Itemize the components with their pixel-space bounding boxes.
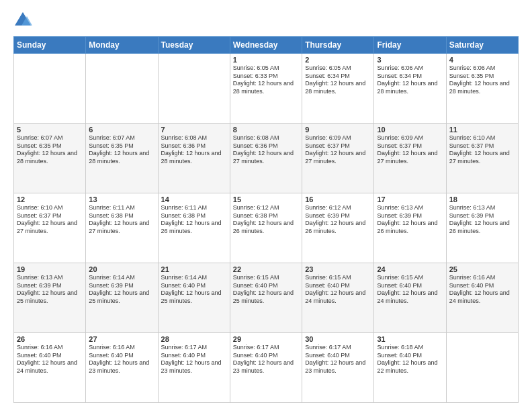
day-cell: 22Sunrise: 6:15 AM Sunset: 6:40 PM Dayli… [230, 263, 302, 333]
day-cell: 17Sunrise: 6:13 AM Sunset: 6:39 PM Dayli… [374, 193, 446, 263]
day-info: Sunrise: 6:13 AM Sunset: 6:39 PM Dayligh… [449, 204, 515, 236]
day-number: 24 [377, 265, 443, 273]
day-cell: 20Sunrise: 6:14 AM Sunset: 6:39 PM Dayli… [86, 263, 158, 333]
day-cell: 9Sunrise: 6:09 AM Sunset: 6:37 PM Daylig… [302, 124, 374, 193]
day-info: Sunrise: 6:09 AM Sunset: 6:37 PM Dayligh… [377, 134, 443, 166]
day-info: Sunrise: 6:15 AM Sunset: 6:40 PM Dayligh… [305, 274, 371, 306]
day-number: 19 [17, 265, 83, 273]
day-number: 31 [377, 335, 443, 343]
day-info: Sunrise: 6:18 AM Sunset: 6:40 PM Dayligh… [377, 344, 443, 375]
day-cell: 12Sunrise: 6:10 AM Sunset: 6:37 PM Dayli… [14, 193, 86, 263]
day-cell: 21Sunrise: 6:14 AM Sunset: 6:40 PM Dayli… [158, 263, 230, 333]
day-info: Sunrise: 6:06 AM Sunset: 6:34 PM Dayligh… [377, 64, 443, 96]
week-row-0: 1Sunrise: 6:05 AM Sunset: 6:33 PM Daylig… [14, 54, 519, 124]
day-number: 23 [305, 265, 371, 273]
day-number: 2 [305, 56, 371, 64]
day-info: Sunrise: 6:12 AM Sunset: 6:38 PM Dayligh… [233, 204, 299, 236]
day-number: 18 [449, 195, 515, 203]
day-number: 27 [89, 335, 154, 343]
day-info: Sunrise: 6:05 AM Sunset: 6:33 PM Dayligh… [233, 64, 299, 96]
day-cell: 28Sunrise: 6:17 AM Sunset: 6:40 PM Dayli… [158, 333, 230, 403]
day-info: Sunrise: 6:14 AM Sunset: 6:40 PM Dayligh… [161, 274, 227, 306]
weekday-header-saturday: Saturday [446, 37, 518, 54]
day-number: 20 [89, 265, 154, 273]
day-cell: 13Sunrise: 6:11 AM Sunset: 6:38 PM Dayli… [86, 193, 158, 263]
day-info: Sunrise: 6:06 AM Sunset: 6:35 PM Dayligh… [449, 64, 515, 96]
day-cell: 18Sunrise: 6:13 AM Sunset: 6:39 PM Dayli… [446, 193, 518, 263]
day-number: 25 [449, 265, 515, 273]
day-info: Sunrise: 6:16 AM Sunset: 6:40 PM Dayligh… [449, 274, 515, 306]
day-number: 11 [449, 126, 515, 134]
day-number: 7 [161, 126, 227, 134]
day-info: Sunrise: 6:13 AM Sunset: 6:39 PM Dayligh… [17, 274, 83, 306]
day-cell: 25Sunrise: 6:16 AM Sunset: 6:40 PM Dayli… [446, 263, 518, 333]
header [13, 11, 519, 30]
day-number: 12 [17, 195, 83, 203]
week-row-1: 5Sunrise: 6:07 AM Sunset: 6:35 PM Daylig… [14, 124, 519, 193]
day-cell: 14Sunrise: 6:11 AM Sunset: 6:38 PM Dayli… [158, 193, 230, 263]
day-number: 1 [233, 56, 299, 64]
day-number: 29 [233, 335, 299, 343]
day-cell [86, 54, 158, 124]
day-number: 17 [377, 195, 443, 203]
day-info: Sunrise: 6:08 AM Sunset: 6:36 PM Dayligh… [233, 134, 299, 166]
week-row-2: 12Sunrise: 6:10 AM Sunset: 6:37 PM Dayli… [14, 193, 519, 263]
day-number: 9 [305, 126, 371, 134]
day-info: Sunrise: 6:15 AM Sunset: 6:40 PM Dayligh… [377, 274, 443, 306]
day-info: Sunrise: 6:17 AM Sunset: 6:40 PM Dayligh… [305, 344, 371, 375]
day-cell: 2Sunrise: 6:05 AM Sunset: 6:34 PM Daylig… [302, 54, 374, 124]
day-cell [446, 333, 518, 403]
day-number: 22 [233, 265, 299, 273]
day-cell: 16Sunrise: 6:12 AM Sunset: 6:39 PM Dayli… [302, 193, 374, 263]
weekday-header-monday: Monday [86, 37, 158, 54]
day-number: 26 [17, 335, 83, 343]
logo-icon [13, 11, 32, 30]
day-cell: 3Sunrise: 6:06 AM Sunset: 6:34 PM Daylig… [374, 54, 446, 124]
day-cell: 8Sunrise: 6:08 AM Sunset: 6:36 PM Daylig… [230, 124, 302, 193]
day-number: 10 [377, 126, 443, 134]
day-cell: 29Sunrise: 6:17 AM Sunset: 6:40 PM Dayli… [230, 333, 302, 403]
day-cell: 5Sunrise: 6:07 AM Sunset: 6:35 PM Daylig… [14, 124, 86, 193]
day-number: 3 [377, 56, 443, 64]
day-cell: 10Sunrise: 6:09 AM Sunset: 6:37 PM Dayli… [374, 124, 446, 193]
day-cell: 27Sunrise: 6:16 AM Sunset: 6:40 PM Dayli… [86, 333, 158, 403]
day-cell: 31Sunrise: 6:18 AM Sunset: 6:40 PM Dayli… [374, 333, 446, 403]
day-info: Sunrise: 6:12 AM Sunset: 6:39 PM Dayligh… [305, 204, 371, 236]
day-info: Sunrise: 6:16 AM Sunset: 6:40 PM Dayligh… [17, 344, 83, 375]
week-row-4: 26Sunrise: 6:16 AM Sunset: 6:40 PM Dayli… [14, 333, 519, 403]
weekday-header-sunday: Sunday [14, 37, 86, 54]
day-number: 14 [161, 195, 227, 203]
day-cell: 1Sunrise: 6:05 AM Sunset: 6:33 PM Daylig… [230, 54, 302, 124]
day-info: Sunrise: 6:16 AM Sunset: 6:40 PM Dayligh… [89, 344, 154, 375]
weekday-header-tuesday: Tuesday [158, 37, 230, 54]
day-number: 5 [17, 126, 83, 134]
day-cell: 26Sunrise: 6:16 AM Sunset: 6:40 PM Dayli… [14, 333, 86, 403]
logo [13, 11, 35, 30]
week-row-3: 19Sunrise: 6:13 AM Sunset: 6:39 PM Dayli… [14, 263, 519, 333]
day-info: Sunrise: 6:09 AM Sunset: 6:37 PM Dayligh… [305, 134, 371, 166]
page: SundayMondayTuesdayWednesdayThursdayFrid… [0, 0, 532, 411]
day-info: Sunrise: 6:10 AM Sunset: 6:37 PM Dayligh… [17, 204, 83, 236]
day-info: Sunrise: 6:08 AM Sunset: 6:36 PM Dayligh… [161, 134, 227, 166]
day-info: Sunrise: 6:11 AM Sunset: 6:38 PM Dayligh… [161, 204, 227, 236]
day-cell: 23Sunrise: 6:15 AM Sunset: 6:40 PM Dayli… [302, 263, 374, 333]
day-number: 8 [233, 126, 299, 134]
day-number: 4 [449, 56, 515, 64]
weekday-header-row: SundayMondayTuesdayWednesdayThursdayFrid… [14, 37, 519, 54]
day-info: Sunrise: 6:05 AM Sunset: 6:34 PM Dayligh… [305, 64, 371, 96]
day-info: Sunrise: 6:07 AM Sunset: 6:35 PM Dayligh… [89, 134, 154, 166]
day-cell: 4Sunrise: 6:06 AM Sunset: 6:35 PM Daylig… [446, 54, 518, 124]
day-cell: 30Sunrise: 6:17 AM Sunset: 6:40 PM Dayli… [302, 333, 374, 403]
day-cell [158, 54, 230, 124]
day-number: 30 [305, 335, 371, 343]
day-cell [14, 54, 86, 124]
day-info: Sunrise: 6:07 AM Sunset: 6:35 PM Dayligh… [17, 134, 83, 166]
day-info: Sunrise: 6:17 AM Sunset: 6:40 PM Dayligh… [161, 344, 227, 375]
day-info: Sunrise: 6:13 AM Sunset: 6:39 PM Dayligh… [377, 204, 443, 236]
day-cell: 15Sunrise: 6:12 AM Sunset: 6:38 PM Dayli… [230, 193, 302, 263]
day-info: Sunrise: 6:11 AM Sunset: 6:38 PM Dayligh… [89, 204, 154, 236]
day-number: 28 [161, 335, 227, 343]
weekday-header-thursday: Thursday [302, 37, 374, 54]
day-cell: 19Sunrise: 6:13 AM Sunset: 6:39 PM Dayli… [14, 263, 86, 333]
calendar-table: SundayMondayTuesdayWednesdayThursdayFrid… [13, 36, 519, 403]
